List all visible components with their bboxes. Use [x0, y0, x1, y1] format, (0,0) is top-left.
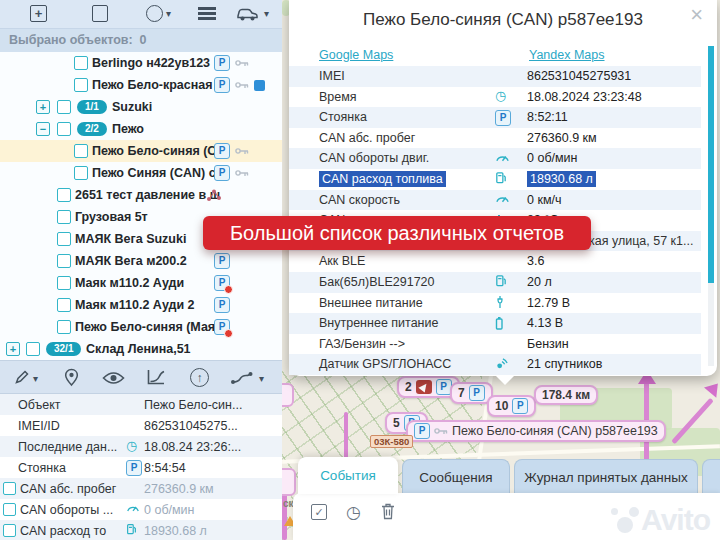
property-row: CAN обороты ... 0 об/мин: [0, 499, 282, 520]
popup-row: ГАЗ/Бензин --> Бензин: [289, 334, 701, 355]
group-checkbox[interactable]: [57, 100, 71, 114]
tab-events[interactable]: События: [298, 457, 398, 494]
unit-checkbox[interactable]: [57, 210, 71, 224]
tab-partial[interactable]: [702, 459, 720, 494]
unit-properties-panel: Объект Пежо Бело-син... IMEI/ID 86253104…: [0, 394, 282, 540]
key-icon[interactable]: [235, 168, 249, 178]
selected-objects-bar: Выбрано объектов: 0: [0, 29, 282, 52]
expand-icon[interactable]: +: [36, 100, 50, 114]
distance-value: 178.4 км: [542, 388, 590, 402]
tree-row-selected[interactable]: Пежо Бело-синяя (C P: [0, 140, 282, 162]
parking-icon[interactable]: P: [214, 253, 230, 269]
popup-title: Пежо Бело-синяя (CAN) p587ee193: [289, 10, 717, 30]
monitoring-sidebar: + ▾ ▾ Выбрано объектов: 0 Berlingo н422у…: [0, 0, 282, 540]
key-icon[interactable]: [235, 146, 249, 156]
popup-row: CAN скорость 0 км/ч: [289, 190, 701, 211]
marker-count: 5: [393, 416, 400, 430]
expand-icon[interactable]: +: [6, 342, 20, 356]
unit-tree: Berlingo н422ув123 P Пежо Бело-красная P…: [0, 52, 282, 360]
popup-row: CAN обороты двиг. 0 об/мин: [289, 148, 701, 169]
unit-checkbox[interactable]: [57, 276, 71, 290]
parking-disabled-icon[interactable]: P: [214, 275, 230, 291]
key-icon: [434, 426, 448, 436]
tree-row[interactable]: Berlingo н422ув123 P: [0, 52, 282, 74]
tree-row[interactable]: Пежо Бело-красная P: [0, 74, 282, 96]
avito-watermark: Avito: [641, 505, 710, 535]
unit-checkbox[interactable]: [74, 56, 88, 70]
map-vehicle-label[interactable]: P Пежо Бело-синяя (CAN) p587ee193: [406, 420, 666, 442]
key-icon[interactable]: [235, 80, 249, 90]
unit-checkbox[interactable]: [74, 144, 88, 158]
export-icon[interactable]: ↑: [190, 368, 209, 387]
parking-icon: P: [512, 398, 528, 414]
chevron-down-icon[interactable]: ▾: [166, 8, 171, 19]
parking-icon[interactable]: P: [214, 165, 230, 181]
parking-icon[interactable]: P: [214, 297, 230, 313]
close-icon[interactable]: ×: [690, 4, 703, 26]
sensor-checkbox[interactable]: [3, 524, 16, 537]
tree-row[interactable]: МАЯК Вега м200.2 P: [0, 250, 282, 272]
map-marker-group-10[interactable]: 10P: [487, 395, 536, 417]
unit-checkbox[interactable]: [57, 188, 71, 202]
chevron-down-icon[interactable]: ▾: [259, 373, 264, 384]
chevron-down-icon[interactable]: ▾: [33, 373, 38, 384]
tree-group-row[interactable]: − 2/2 Пежо: [0, 118, 282, 140]
tree-group-row[interactable]: + 32/1 Склад Ленина,51: [0, 338, 282, 360]
parking-icon[interactable]: P: [214, 143, 230, 159]
sensor-checkbox[interactable]: [3, 482, 16, 495]
edit-icon[interactable]: [13, 368, 31, 386]
unit-checkbox[interactable]: [74, 166, 88, 180]
select-all-icon[interactable]: ✓: [311, 504, 327, 520]
yandex-maps-link[interactable]: Yandex Maps: [529, 48, 605, 62]
sensor-checkbox[interactable]: [3, 503, 16, 516]
collapse-icon[interactable]: −: [36, 122, 50, 136]
unit-checkbox[interactable]: [57, 232, 71, 246]
power-icon: [495, 295, 505, 309]
popup-row: Внешнее питание 12.79 В: [289, 293, 701, 314]
geofence-circle-icon[interactable]: [146, 5, 163, 22]
battery-icon: [495, 316, 504, 330]
marker-count: 2: [405, 380, 412, 394]
group-checkbox[interactable]: [26, 342, 40, 356]
marker-count: 10: [495, 399, 508, 413]
group-checkbox[interactable]: [57, 122, 71, 136]
popup-row: Внутреннее питание 4.13 В: [289, 313, 701, 334]
parking-disabled-icon[interactable]: P: [214, 319, 230, 335]
unit-checkbox[interactable]: [74, 78, 88, 92]
tree-row[interactable]: Пежо Бело-синяя (Мая P: [0, 316, 282, 338]
popup-pointer: [495, 375, 515, 385]
parking-icon[interactable]: P: [214, 55, 230, 71]
unit-checkbox[interactable]: [57, 320, 71, 334]
eye-icon[interactable]: [102, 371, 125, 385]
satellite-icon: [495, 357, 509, 370]
key-icon[interactable]: [235, 58, 249, 68]
unit-square-icon[interactable]: [92, 5, 108, 22]
add-unit-icon[interactable]: +: [30, 5, 47, 22]
property-row: CAN абс. пробег 276360.9 км: [0, 478, 282, 499]
tree-row[interactable]: Пежо Синяя (CAN) с P: [0, 162, 282, 184]
tree-row[interactable]: 2651 тест давление в ш: [0, 184, 282, 206]
parking-icon[interactable]: P: [214, 77, 230, 93]
parking-icon: P: [126, 460, 142, 476]
tree-row[interactable]: Маяк м110.2 Ауди 2 P: [0, 294, 282, 316]
sidebar-toolbar: + ▾ ▾: [0, 0, 282, 29]
list-icon[interactable]: [198, 7, 216, 10]
popup-row: Датчик GPS/ГЛОНАСС 21 спутников: [289, 354, 701, 375]
trash-icon[interactable]: [381, 503, 395, 520]
unit-checkbox[interactable]: [57, 298, 71, 312]
location-pin-icon[interactable]: [64, 368, 79, 387]
clock-icon[interactable]: ◷: [346, 504, 361, 521]
tab-messages[interactable]: Сообщения: [402, 459, 510, 494]
chevron-down-icon[interactable]: ▾: [264, 8, 269, 19]
popup-row[interactable]: CAN расход топлива 18930.68 л: [289, 169, 701, 190]
car-icon[interactable]: [236, 6, 259, 22]
tree-group-row[interactable]: + 1/1 Suzuki: [0, 96, 282, 118]
popup-scrollbar-thumb[interactable]: [708, 46, 714, 283]
tree-row[interactable]: Маяк м110.2 Ауди P: [0, 272, 282, 294]
chart-icon[interactable]: [146, 368, 166, 386]
clock-icon: ◷: [126, 439, 137, 452]
route-icon[interactable]: [230, 371, 255, 385]
unit-checkbox[interactable]: [57, 254, 71, 268]
tab-journal[interactable]: Журнал принятых данных: [514, 459, 698, 494]
google-maps-link[interactable]: Google Maps: [319, 48, 393, 62]
